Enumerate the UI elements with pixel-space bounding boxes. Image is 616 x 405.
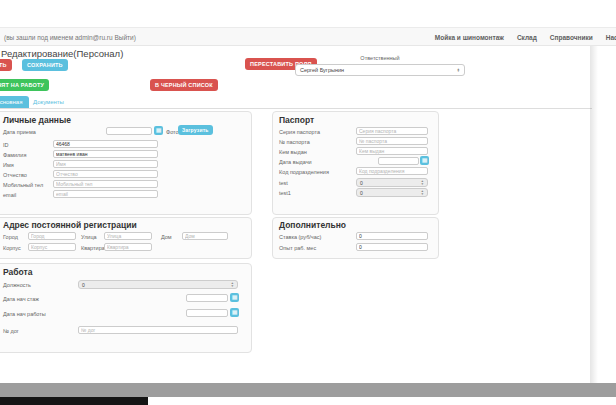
chevron-updown-icon: ▲▼ [457, 68, 460, 73]
nav-item-settings[interactable]: Настройки [606, 34, 616, 41]
field-label: Отчество [3, 172, 27, 178]
test1-select[interactable]: 0 ▲▼ [356, 188, 428, 197]
section-title: Работа [3, 267, 32, 277]
chevron-updown-icon: ▲▼ [421, 180, 424, 185]
field-label: Код подразделения [279, 169, 329, 175]
calendar-icon-button[interactable]: ▦ [230, 293, 239, 302]
seniority-start-date-input[interactable] [186, 294, 228, 302]
street-input[interactable] [104, 232, 152, 240]
tab-main[interactable]: Основная [0, 96, 29, 108]
taskbar-fragment [0, 397, 148, 405]
field-label: test [279, 180, 288, 186]
nav-item-washing[interactable]: Мойка и шиномонтаж [435, 34, 504, 41]
city-input[interactable] [28, 232, 76, 240]
responsible-select[interactable]: Сергей Бугрынин ▲▼ [295, 64, 465, 76]
responsible-label: Ответственный [295, 55, 465, 61]
session-user-text[interactable]: (вы зашли под именем admin@ru.ru Выйти) [4, 28, 136, 47]
calendar-icon-button[interactable]: ▦ [154, 126, 163, 135]
email-input[interactable] [53, 190, 158, 198]
calendar-icon: ▦ [422, 157, 428, 163]
field-label: email [3, 192, 16, 198]
calendar-icon: ▦ [156, 127, 162, 133]
work-start-date-input[interactable] [186, 309, 228, 317]
apartment-input[interactable] [104, 243, 152, 251]
field-label: Дата приема [3, 129, 36, 135]
chevron-updown-icon: ▲▼ [421, 190, 424, 195]
field-label: Дата выдачи [279, 159, 312, 165]
blacklist-button[interactable]: В ЧЕРНЫЙ СПИСОК [150, 79, 218, 91]
surname-input[interactable] [53, 150, 158, 158]
department-code-input[interactable] [356, 167, 428, 175]
section-work: Работа Должность 0 ▲▼ Дата нач стаж ▦ Да… [0, 263, 252, 353]
field-label: Опыт раб. мес [279, 245, 316, 251]
hire-date-input[interactable] [106, 127, 152, 135]
field-label: Мобильный тел [3, 182, 43, 188]
responsible-value: Сергей Бугрынин [300, 67, 344, 73]
mobile-phone-input[interactable] [53, 180, 158, 188]
field-label: Имя [3, 162, 14, 168]
select-value: 0 [360, 180, 363, 186]
test-select[interactable]: 0 ▲▼ [356, 178, 428, 187]
field-label: Дом [161, 234, 172, 240]
chevron-updown-icon: ▲▼ [231, 282, 234, 287]
footer-bar [0, 383, 616, 397]
delete-button[interactable]: УДАЛИТЬ [0, 59, 12, 71]
passport-number-input[interactable] [356, 137, 428, 145]
field-label: № паспорта [279, 139, 310, 145]
page-edge-shadow [590, 46, 598, 383]
field-label: Дата нач работы [3, 311, 46, 317]
tab-documents[interactable]: Документы [27, 96, 70, 108]
field-label: ID [3, 142, 9, 148]
field-label: Ставка (руб/час) [279, 234, 321, 240]
nav-item-warehouse[interactable]: Склад [517, 34, 537, 41]
upload-photo-button[interactable]: Загрузить [178, 125, 213, 135]
field-label: Квартира [81, 245, 105, 251]
field-label: test1 [279, 190, 291, 196]
top-navbar: (вы зашли под именем admin@ru.ru Выйти) … [0, 27, 616, 46]
field-label: Фамилия [3, 152, 26, 158]
field-label: Кем выдан [279, 149, 307, 155]
section-additional: Дополнительно Ставка (руб/час) Опыт раб.… [272, 217, 439, 259]
nav-item-directories[interactable]: Справочники [550, 34, 593, 41]
section-passport: Паспорт Серия паспорта № паспорта Кем вы… [272, 111, 439, 215]
section-title: Дополнительно [279, 220, 346, 230]
experience-months-input[interactable] [356, 243, 428, 251]
calendar-icon: ▦ [232, 294, 238, 300]
field-label: Улица [81, 234, 97, 240]
section-personal-data: Личные данные Дата приема ▦ Фото Загрузи… [0, 111, 252, 215]
select-value: 0 [360, 190, 363, 196]
section-title: Паспорт [279, 115, 314, 125]
page-title: Редактирование(Персонал) [1, 48, 123, 59]
section-address: Адрес постоянной регистрации Город Улица… [0, 217, 252, 259]
house-input[interactable] [182, 232, 228, 240]
field-label: Дата нач стаж [3, 296, 39, 302]
hired-button[interactable]: ПРИНЯТ НА РАБОТУ [0, 79, 49, 91]
patronymic-input[interactable] [53, 170, 158, 178]
firstname-input[interactable] [53, 160, 158, 168]
field-label: Должность [3, 282, 31, 288]
hourly-rate-input[interactable] [356, 232, 428, 240]
calendar-icon: ▦ [232, 309, 238, 315]
save-button[interactable]: СОХРАНИТЬ [22, 59, 68, 71]
passport-series-input[interactable] [356, 127, 428, 135]
position-select[interactable]: 0 ▲▼ [78, 280, 238, 289]
main-nav: Мойка и шиномонтаж Склад Справочники Нас… [435, 28, 616, 47]
field-label: Серия паспорта [279, 129, 320, 135]
calendar-icon-button[interactable]: ▦ [420, 156, 429, 165]
field-label: Город [3, 234, 18, 240]
section-title: Адрес постоянной регистрации [3, 220, 137, 230]
tabbar-divider [0, 108, 592, 109]
app-window: (вы зашли под именем admin@ru.ru Выйти) … [0, 0, 616, 405]
issue-date-input[interactable] [378, 157, 419, 165]
id-input[interactable] [53, 140, 158, 148]
select-value: 0 [82, 282, 85, 288]
building-input[interactable] [28, 243, 76, 251]
field-label: № дог [3, 328, 19, 334]
calendar-icon-button[interactable]: ▦ [230, 308, 239, 317]
field-label: Корпус [3, 245, 21, 251]
section-title: Личные данные [3, 115, 71, 125]
photo-label: Фото [166, 129, 179, 135]
issued-by-input[interactable] [356, 147, 428, 155]
contract-number-input[interactable] [78, 326, 238, 334]
